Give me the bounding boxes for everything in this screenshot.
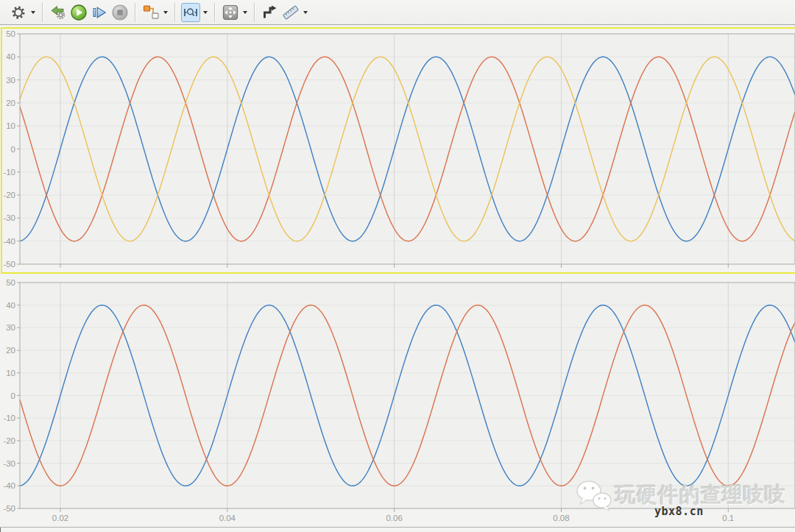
measurements-dropdown[interactable] xyxy=(301,3,310,22)
top-plot-area[interactable] xyxy=(20,34,795,264)
bottom-plot-area[interactable] xyxy=(20,283,795,508)
toolbar-separator xyxy=(174,3,176,22)
stop-icon xyxy=(111,4,129,21)
scope-toolbar xyxy=(0,0,795,25)
y-tick-label: 40 xyxy=(6,52,15,61)
x-tick-label: 0.1 xyxy=(722,514,734,522)
y-tick-label: 20 xyxy=(6,99,15,107)
zoom-x-icon xyxy=(183,4,199,21)
y-tick-label: -50 xyxy=(3,260,15,269)
zoom-x-button[interactable] xyxy=(181,3,200,22)
toolbar-separator xyxy=(254,3,255,22)
gear-icon xyxy=(10,4,26,21)
y-tick-label: -40 xyxy=(3,237,15,246)
ruler-icon xyxy=(282,4,300,21)
y-tick-label: 50 xyxy=(6,29,15,38)
y-tick-label: 0 xyxy=(11,145,15,154)
y-tick-label: 30 xyxy=(6,76,15,85)
y-tick-label: -30 xyxy=(3,213,15,222)
scope-canvas: -50-40-30-20-1001020304050-50-40-30-20-1… xyxy=(0,26,795,527)
run-button[interactable] xyxy=(69,3,88,22)
y-tick-label: -10 xyxy=(3,168,15,177)
x-tick-label: 0.04 xyxy=(219,514,236,522)
signal-blocks-icon xyxy=(142,4,160,21)
y-tick-label: -20 xyxy=(3,436,15,445)
chevron-down-icon xyxy=(163,11,168,14)
y-tick-label: 10 xyxy=(6,121,15,130)
trigger-icon xyxy=(261,4,279,21)
simulink-signals-button[interactable] xyxy=(141,3,160,22)
step-forward-icon xyxy=(91,4,108,21)
step-forward-button[interactable] xyxy=(90,3,109,22)
fit-to-view-icon xyxy=(222,4,239,21)
y-tick-label: -40 xyxy=(3,481,15,490)
simulink-signals-dropdown[interactable] xyxy=(161,3,170,22)
x-tick-label: 0.08 xyxy=(553,514,569,522)
trigger-button[interactable] xyxy=(261,3,280,22)
y-tick-label: 30 xyxy=(6,323,15,332)
y-tick-label: 20 xyxy=(6,346,15,355)
settings-dropdown[interactable] xyxy=(29,3,38,22)
measurements-button[interactable] xyxy=(281,3,300,22)
y-tick-label: 50 xyxy=(6,278,15,287)
stop-button[interactable] xyxy=(110,3,130,22)
toolbar-separator xyxy=(42,3,43,22)
status-strip xyxy=(0,527,795,532)
chevron-down-icon xyxy=(203,11,208,14)
y-tick-label: -10 xyxy=(3,414,15,422)
chevron-down-icon xyxy=(243,11,247,14)
y-tick-label: 0 xyxy=(11,391,15,400)
y-tick-label: -30 xyxy=(3,459,15,468)
chevron-down-icon xyxy=(303,11,308,14)
run-icon xyxy=(70,4,88,21)
x-tick-label: 0.06 xyxy=(386,514,402,522)
fit-to-view-dropdown[interactable] xyxy=(241,3,250,22)
fit-to-view-button[interactable] xyxy=(221,3,240,22)
toolbar-separator xyxy=(214,3,216,22)
step-back-button[interactable] xyxy=(49,3,68,22)
y-tick-label: -50 xyxy=(3,504,15,513)
settings-button[interactable] xyxy=(9,3,28,22)
x-tick-label: 0.02 xyxy=(52,514,68,522)
chevron-down-icon xyxy=(31,11,35,14)
y-tick-label: 40 xyxy=(6,301,15,310)
step-back-icon xyxy=(49,4,67,21)
toolbar-separator xyxy=(135,3,136,22)
y-tick-label: 10 xyxy=(6,369,15,377)
y-tick-label: -20 xyxy=(3,191,15,199)
zoom-x-dropdown[interactable] xyxy=(201,3,210,22)
